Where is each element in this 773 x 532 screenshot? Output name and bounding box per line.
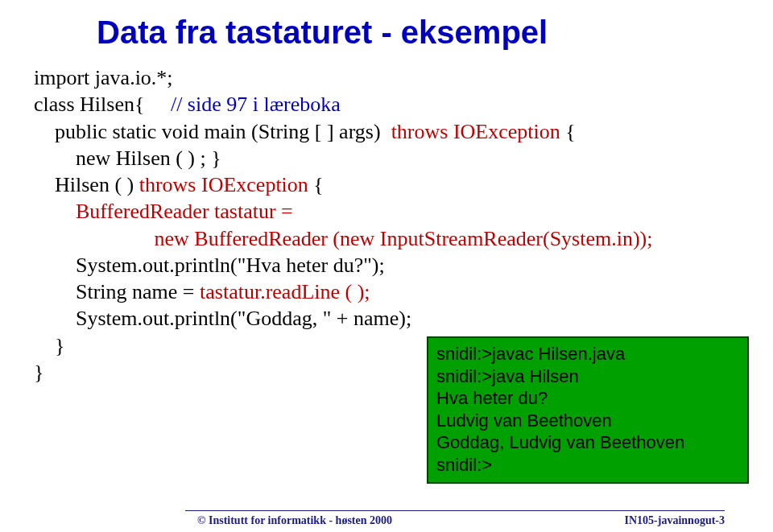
code-line: BufferedReader tastatur = — [34, 200, 293, 223]
code-line: System.out.println("Goddag, " + name); — [34, 307, 411, 330]
code-line: String name = tastatur.readLine ( ); — [34, 280, 370, 303]
footer-right: IN105-javainnogut-3 — [625, 514, 725, 527]
code-line: import java.io.*; — [34, 66, 173, 89]
terminal-line: snidil:> — [436, 454, 739, 476]
code-line: new BufferedReader (new InputStreamReade… — [34, 227, 652, 250]
terminal-line: snidil:>javac Hilsen.java — [436, 343, 739, 365]
terminal-line: Hva heter du? — [436, 387, 739, 410]
slide-title: Data fra tastaturet - eksempel — [97, 14, 548, 51]
terminal-line: Ludvig van Beethoven — [436, 410, 739, 432]
terminal-line: snidil:>java Hilsen — [436, 365, 739, 388]
code-line: new Hilsen ( ) ; } — [34, 146, 221, 170]
code-line: public static void main (String [ ] args… — [34, 120, 576, 143]
footer-divider — [185, 510, 725, 511]
slide: Data fra tastaturet - eksempel import ja… — [0, 0, 773, 532]
footer-left: © Institutt for informatikk - høsten 200… — [197, 514, 392, 527]
code-line: } — [34, 334, 64, 357]
terminal-output-box: snidil:>javac Hilsen.java snidil:>java H… — [427, 336, 749, 484]
code-line: System.out.println("Hva heter du?"); — [34, 254, 385, 277]
code-line: class Hilsen{ // side 97 i læreboka — [34, 93, 341, 116]
code-line: } — [34, 361, 43, 384]
terminal-line: Goddag, Ludvig van Beethoven — [436, 431, 739, 454]
code-line: Hilsen ( ) throws IOException { — [34, 173, 324, 196]
